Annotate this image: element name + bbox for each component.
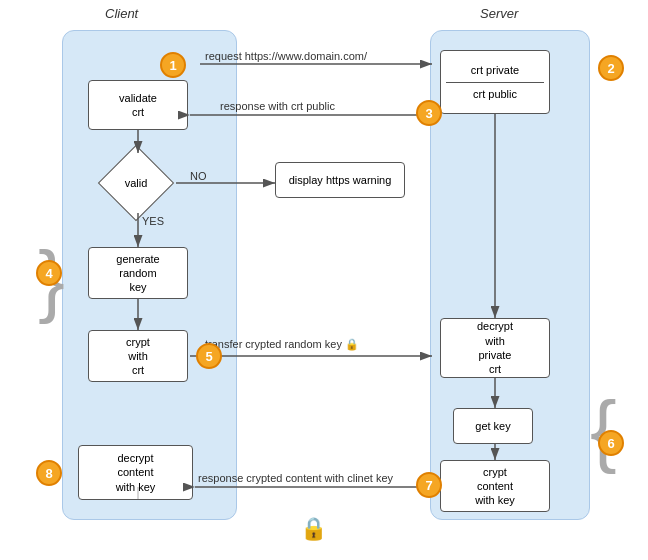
server-label: Server xyxy=(480,6,518,21)
server-crt-box: crt private crt public xyxy=(440,50,550,114)
client-label: Client xyxy=(105,6,138,21)
badge-1: 1 xyxy=(160,52,186,78)
badge-4: 4 xyxy=(36,260,62,286)
badge-8: 8 xyxy=(36,460,62,486)
crypt-with-crt-box: crypt with crt xyxy=(88,330,188,382)
badge-2: 2 xyxy=(598,55,624,81)
diagram-container: Client Server validate crt valid generat… xyxy=(0,0,648,560)
crypt-content-key-box: crypt content with key xyxy=(440,460,550,512)
get-key-box: get key xyxy=(453,408,533,444)
badge-5: 5 xyxy=(196,343,222,369)
badge-7: 7 xyxy=(416,472,442,498)
lock-icon-bottom: 🔒 xyxy=(300,516,327,542)
valid-diamond: valid xyxy=(96,153,176,213)
request-label: request https://www.domain.com/ xyxy=(205,50,367,62)
badge-3: 3 xyxy=(416,100,442,126)
transfer-key-label: transfer crypted random key 🔒 xyxy=(205,338,359,351)
response-crt-label: response with crt public xyxy=(220,100,335,112)
no-label: NO xyxy=(190,170,207,182)
badge-6: 6 xyxy=(598,430,624,456)
yes-label: YES xyxy=(142,215,164,227)
validate-crt-box: validate crt xyxy=(88,80,188,130)
decrypt-content-box: decrypt content with key xyxy=(78,445,193,500)
display-https-warning-box: display https warning xyxy=(275,162,405,198)
response-content-label: response crypted content with clinet key xyxy=(198,472,393,484)
generate-random-key-box: generate random key xyxy=(88,247,188,299)
decrypt-private-crt-box: decrypt with private crt xyxy=(440,318,550,378)
